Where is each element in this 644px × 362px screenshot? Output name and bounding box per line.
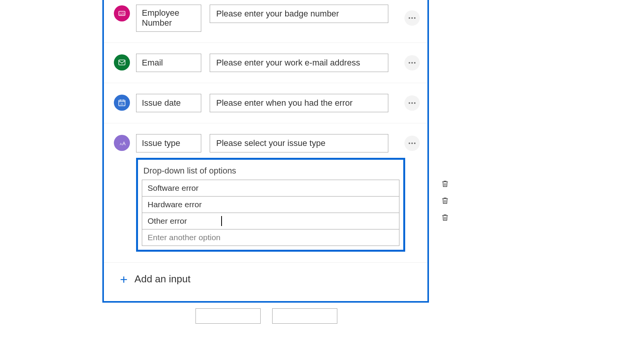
input-prompt-field[interactable]	[210, 54, 388, 72]
add-input-label: Add an input	[135, 273, 191, 285]
delete-option-button[interactable]	[441, 213, 450, 223]
input-name-field[interactable]	[136, 54, 201, 72]
more-options-button[interactable]	[404, 10, 420, 26]
dropdown-option-row	[142, 197, 399, 213]
mail-icon	[114, 54, 130, 70]
input-prompt-field[interactable]	[210, 5, 388, 23]
dropdown-option-input[interactable]	[142, 213, 399, 229]
input-row-email	[104, 43, 427, 83]
more-options-button[interactable]	[404, 55, 420, 70]
delete-option-button[interactable]	[441, 180, 450, 189]
more-options-button[interactable]	[404, 95, 420, 111]
dropdown-options-panel: Drop-down list of options	[136, 158, 405, 252]
input-name-field[interactable]	[136, 134, 201, 152]
dropdown-option-input[interactable]	[142, 180, 399, 196]
dropdown-option-list	[142, 180, 399, 246]
footer-button-left[interactable]	[196, 308, 261, 324]
input-prompt-field[interactable]	[210, 94, 388, 112]
svg-text:A: A	[122, 140, 126, 146]
input-prompt-field[interactable]	[210, 134, 388, 152]
trash-icon	[441, 180, 449, 188]
footer-button-right[interactable]	[272, 308, 337, 324]
svg-text:21: 21	[120, 102, 123, 105]
svg-rect-2	[119, 60, 125, 65]
delete-option-button[interactable]	[441, 197, 450, 206]
trash-icon	[441, 197, 449, 205]
number-icon: 123	[114, 5, 130, 21]
svg-text:A: A	[120, 142, 122, 146]
dropdown-option-row	[142, 229, 399, 246]
dropdown-option-input[interactable]	[142, 197, 399, 213]
ellipsis-icon	[409, 143, 416, 144]
calendar-icon: 21	[114, 95, 130, 111]
plus-icon: +	[120, 273, 128, 286]
trash-icon	[441, 213, 449, 222]
input-row-issue-date: 21	[104, 83, 427, 123]
trigger-inputs-card: 123 21 AA	[102, 0, 429, 303]
text-cursor-icon	[221, 216, 222, 226]
footer-buttons-bar	[196, 308, 337, 324]
svg-text:123: 123	[119, 12, 125, 16]
input-row-employee-number: 123	[104, 0, 427, 43]
ellipsis-icon	[409, 102, 416, 104]
text-type-icon: AA	[114, 135, 130, 151]
dropdown-panel-title: Drop-down list of options	[142, 164, 399, 180]
ellipsis-icon	[409, 17, 416, 19]
add-input-button[interactable]: + Add an input	[104, 263, 427, 290]
dropdown-option-row	[142, 213, 399, 229]
input-name-field[interactable]	[136, 5, 201, 32]
delete-icons-column	[441, 180, 450, 223]
dropdown-option-row	[142, 180, 399, 197]
dropdown-new-option-input[interactable]	[142, 229, 399, 246]
more-options-button[interactable]	[404, 136, 420, 151]
ellipsis-icon	[409, 62, 416, 64]
input-name-field[interactable]	[136, 94, 201, 112]
input-row-issue-type: AA Drop-down list of options	[104, 123, 427, 263]
